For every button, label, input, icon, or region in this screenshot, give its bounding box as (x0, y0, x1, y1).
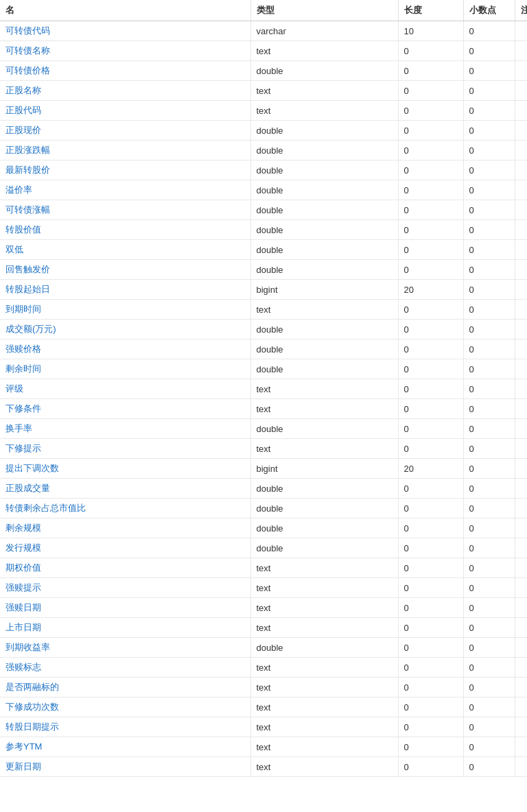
cell-length: 0 (398, 419, 463, 439)
cell-decimal: 0 (463, 558, 515, 578)
table-row: 强赎价格double00 (0, 339, 527, 359)
table-row: 回售触发价double00 (0, 260, 527, 280)
cell-extra (515, 697, 527, 717)
data-table: 名 类型 长度 小数点 注 可转债代码varchar100可转债名称text00… (0, 0, 527, 777)
cell-length: 0 (398, 101, 463, 121)
cell-length: 0 (398, 499, 463, 518)
cell-type: double (250, 220, 398, 240)
cell-type: text (250, 658, 398, 678)
cell-name: 正股成交量 (0, 479, 250, 499)
cell-type: bigint (250, 280, 398, 300)
cell-type: text (250, 757, 398, 777)
cell-length: 20 (398, 280, 463, 300)
cell-decimal: 0 (463, 499, 515, 518)
cell-name: 下修条件 (0, 399, 250, 419)
table-container: 名 类型 长度 小数点 注 可转债代码varchar100可转债名称text00… (0, 0, 527, 777)
cell-type: text (250, 300, 398, 320)
cell-type: text (250, 737, 398, 757)
cell-extra (515, 101, 527, 121)
table-row: 提出下调次数bigint200 (0, 459, 527, 479)
cell-decimal: 0 (463, 518, 515, 538)
cell-name: 剩余规模 (0, 518, 250, 538)
table-row: 转债剩余占总市值比double00 (0, 499, 527, 518)
cell-name: 双低 (0, 240, 250, 260)
cell-type: double (250, 339, 398, 359)
cell-extra (515, 61, 527, 81)
cell-name: 评级 (0, 379, 250, 399)
table-row: 强赎标志text00 (0, 658, 527, 678)
cell-extra (515, 359, 527, 379)
cell-type: text (250, 81, 398, 101)
cell-decimal: 0 (463, 101, 515, 121)
cell-length: 0 (398, 260, 463, 280)
cell-decimal: 0 (463, 479, 515, 499)
cell-name: 提出下调次数 (0, 459, 250, 479)
table-row: 剩余规模double00 (0, 518, 527, 538)
table-row: 换手率double00 (0, 419, 527, 439)
cell-length: 0 (398, 578, 463, 598)
cell-length: 0 (398, 518, 463, 538)
header-length: 长度 (398, 0, 463, 21)
cell-length: 0 (398, 160, 463, 180)
cell-decimal: 0 (463, 578, 515, 598)
cell-name: 正股代码 (0, 101, 250, 121)
cell-decimal: 0 (463, 598, 515, 618)
cell-length: 0 (398, 300, 463, 320)
cell-extra (515, 658, 527, 678)
cell-extra (515, 339, 527, 359)
cell-type: double (250, 61, 398, 81)
cell-length: 0 (398, 479, 463, 499)
cell-extra (515, 499, 527, 518)
cell-type: double (250, 160, 398, 180)
cell-type: text (250, 399, 398, 419)
cell-extra (515, 558, 527, 578)
cell-type: double (250, 359, 398, 379)
cell-extra (515, 240, 527, 260)
cell-extra (515, 439, 527, 459)
cell-length: 0 (398, 678, 463, 697)
cell-name: 正股涨跌幅 (0, 141, 250, 160)
cell-length: 0 (398, 359, 463, 379)
table-row: 正股成交量double00 (0, 479, 527, 499)
cell-name: 更新日期 (0, 757, 250, 777)
table-row: 转股价值double00 (0, 220, 527, 240)
cell-length: 0 (398, 538, 463, 558)
cell-length: 0 (398, 320, 463, 339)
table-row: 是否两融标的text00 (0, 678, 527, 697)
table-row: 强赎日期text00 (0, 598, 527, 618)
cell-extra (515, 260, 527, 280)
cell-length: 0 (398, 121, 463, 141)
cell-extra (515, 598, 527, 618)
cell-decimal: 0 (463, 160, 515, 180)
cell-name: 溢价率 (0, 180, 250, 200)
cell-type: text (250, 678, 398, 697)
cell-name: 可转债代码 (0, 21, 250, 41)
cell-extra (515, 41, 527, 61)
cell-extra (515, 459, 527, 479)
cell-length: 0 (398, 61, 463, 81)
cell-length: 10 (398, 21, 463, 41)
cell-name: 到期收益率 (0, 638, 250, 658)
cell-extra (515, 757, 527, 777)
cell-decimal: 0 (463, 678, 515, 697)
cell-name: 到期时间 (0, 300, 250, 320)
header-decimal: 小数点 (463, 0, 515, 21)
cell-decimal: 0 (463, 538, 515, 558)
cell-length: 0 (398, 339, 463, 359)
cell-length: 0 (398, 439, 463, 459)
cell-name: 发行规模 (0, 538, 250, 558)
cell-type: text (250, 598, 398, 618)
table-row: 到期时间text00 (0, 300, 527, 320)
header-type: 类型 (250, 0, 398, 21)
header-name: 名 (0, 0, 250, 21)
cell-decimal: 0 (463, 459, 515, 479)
table-row: 下修成功次数text00 (0, 697, 527, 717)
cell-decimal: 0 (463, 180, 515, 200)
table-row: 更新日期text00 (0, 757, 527, 777)
cell-length: 0 (398, 638, 463, 658)
cell-length: 0 (398, 618, 463, 638)
cell-type: double (250, 141, 398, 160)
cell-name: 强赎价格 (0, 339, 250, 359)
cell-length: 0 (398, 240, 463, 260)
cell-decimal: 0 (463, 121, 515, 141)
